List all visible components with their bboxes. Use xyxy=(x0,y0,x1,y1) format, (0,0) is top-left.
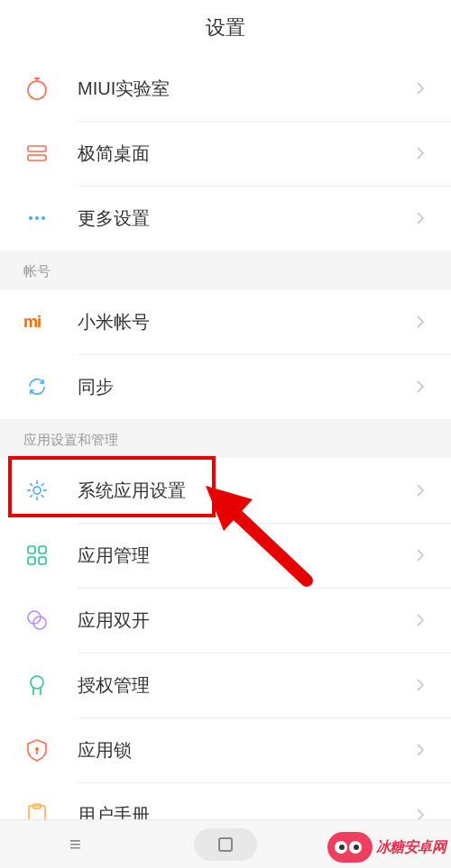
mi-logo-icon: mi xyxy=(18,313,78,332)
section-header-account: 帐号 xyxy=(0,251,451,289)
item-permissions[interactable]: 授权管理 xyxy=(0,653,451,717)
chevron-right-icon xyxy=(413,548,428,562)
chevron-right-icon xyxy=(413,613,428,627)
item-label: 用户手册 xyxy=(78,803,413,820)
nav-menu-button[interactable]: ≡ xyxy=(30,827,120,863)
item-label: 应用锁 xyxy=(78,738,413,763)
item-label: 系统应用设置 xyxy=(78,479,413,503)
page-title: 设置 xyxy=(206,14,245,41)
watermark-text: 冰糖安卓网 xyxy=(376,838,446,857)
shield-lock-icon xyxy=(18,736,78,763)
svg-point-6 xyxy=(35,216,39,220)
svg-rect-4 xyxy=(28,155,46,160)
layout-rows-icon xyxy=(18,140,78,167)
chevron-right-icon xyxy=(413,81,428,96)
svg-line-14 xyxy=(41,495,44,498)
svg-point-7 xyxy=(41,216,45,220)
item-user-manual[interactable]: 用户手册 xyxy=(0,782,451,819)
page-header: 设置 xyxy=(0,0,451,56)
chevron-right-icon xyxy=(413,483,428,498)
chevron-right-icon xyxy=(413,743,428,757)
item-mi-account[interactable]: mi 小米帐号 xyxy=(0,289,451,354)
svg-point-26 xyxy=(35,747,39,751)
svg-rect-3 xyxy=(28,146,46,151)
svg-rect-18 xyxy=(39,546,46,553)
dual-circles-icon xyxy=(18,607,78,634)
item-dual-apps[interactable]: 应用双开 xyxy=(0,588,451,653)
svg-rect-19 xyxy=(28,557,35,564)
book-icon xyxy=(18,801,78,819)
watermark: 冰糖安卓网 xyxy=(327,832,446,863)
svg-point-0 xyxy=(28,81,46,99)
sync-icon xyxy=(18,373,78,400)
svg-line-16 xyxy=(30,495,32,498)
chevron-right-icon xyxy=(413,379,428,394)
chevron-right-icon xyxy=(413,678,428,692)
svg-rect-17 xyxy=(28,546,35,553)
item-sync[interactable]: 同步 xyxy=(0,354,451,419)
watermark-logo-icon xyxy=(327,832,373,863)
gear-icon xyxy=(18,477,78,504)
chevron-right-icon xyxy=(413,808,428,819)
item-label: MIUI实验室 xyxy=(78,77,413,101)
item-app-lock[interactable]: 应用锁 xyxy=(0,717,451,782)
more-dots-icon xyxy=(18,205,78,232)
grid-apps-icon xyxy=(18,542,78,569)
item-system-apps[interactable]: 系统应用设置 xyxy=(0,458,451,523)
item-label: 更多设置 xyxy=(78,206,413,231)
svg-point-23 xyxy=(31,676,43,689)
stopwatch-icon xyxy=(18,75,78,102)
svg-line-15 xyxy=(41,483,44,486)
svg-point-21 xyxy=(28,611,41,624)
item-label: 应用双开 xyxy=(78,608,413,633)
svg-rect-1 xyxy=(34,78,40,79)
item-more-settings[interactable]: 更多设置 xyxy=(0,186,451,251)
item-label: 小米帐号 xyxy=(78,310,413,334)
item-app-management[interactable]: 应用管理 xyxy=(0,523,451,588)
item-miui-lab[interactable]: MIUI实验室 xyxy=(0,56,451,121)
chevron-right-icon xyxy=(413,211,428,225)
item-label: 同步 xyxy=(78,375,413,399)
svg-point-5 xyxy=(29,216,32,220)
item-label: 应用管理 xyxy=(78,544,413,568)
svg-rect-20 xyxy=(39,557,46,564)
nav-home-button[interactable] xyxy=(180,827,271,863)
item-label: 授权管理 xyxy=(78,673,413,698)
svg-point-22 xyxy=(33,617,46,629)
settings-list: MIUI实验室 极简桌面 更多设置 帐号 mi 小米帐号 xyxy=(0,56,451,819)
item-simple-desktop[interactable]: 极简桌面 xyxy=(0,121,451,186)
chevron-right-icon xyxy=(413,146,428,160)
svg-line-13 xyxy=(30,483,32,486)
section-header-apps: 应用设置和管理 xyxy=(0,419,451,458)
item-label: 极简桌面 xyxy=(78,142,413,166)
badge-icon xyxy=(18,672,78,699)
svg-point-8 xyxy=(33,487,41,494)
chevron-right-icon xyxy=(413,315,428,329)
